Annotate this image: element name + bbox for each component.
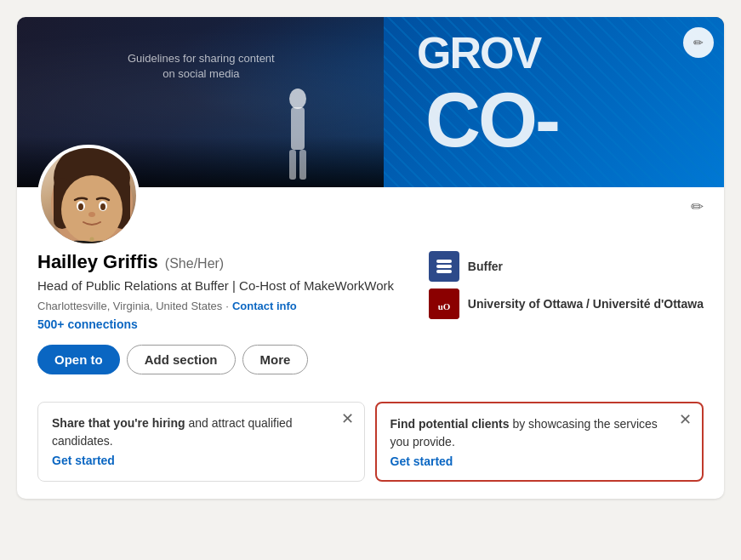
org-item-buffer[interactable]: Buffer [429, 251, 704, 282]
profile-headline: Head of Public Relations at Buffer | Co-… [37, 277, 395, 294]
svg-rect-2 [289, 150, 296, 180]
clients-notification: ✕ Find potential clients by showcasing t… [375, 402, 704, 482]
add-section-button[interactable]: Add section [127, 345, 236, 374]
connections-link[interactable]: 500+ connections [37, 317, 429, 331]
location-separator: · [225, 300, 229, 312]
avatar [37, 145, 140, 247]
profile-card: Guidelines for sharing contenton social … [17, 17, 724, 499]
action-buttons: Open to Add section More [37, 345, 429, 374]
buffer-bar-2 [436, 265, 452, 268]
edit-cover-button[interactable]: ✏ [683, 27, 714, 58]
hiring-notification-text: Share that you're hiring and attract qua… [52, 414, 351, 450]
hiring-notification: ✕ Share that you're hiring and attract q… [37, 402, 365, 482]
clients-notification-text: Find potential clients by showcasing the… [390, 415, 689, 451]
ottawa-crest-icon: uO [429, 289, 459, 319]
svg-rect-3 [299, 150, 306, 180]
svg-point-11 [78, 203, 83, 210]
svg-point-13 [88, 212, 95, 217]
location-text: Charlottesville, Virginia, United States [37, 300, 222, 312]
ottawa-name: University of Ottawa / Université d'Otta… [468, 296, 704, 311]
buffer-logo [429, 251, 459, 282]
close-hiring-notification[interactable]: ✕ [341, 411, 354, 426]
ottawa-logo: uO [429, 289, 459, 319]
edit-profile-button[interactable]: ✏ [691, 197, 704, 216]
profile-content: Hailley Griffis (She/Her) Head of Public… [37, 187, 704, 374]
profile-name: Hailley Griffis [37, 251, 158, 273]
slide-text: Guidelines for sharing contenton social … [128, 51, 275, 82]
open-to-button[interactable]: Open to [37, 345, 120, 374]
more-button[interactable]: More [242, 345, 309, 374]
avatar-image [41, 148, 136, 243]
svg-point-12 [100, 203, 105, 210]
grow-text: GROV [417, 27, 540, 78]
clients-bold-text: Find potential clients [390, 417, 510, 431]
buffer-icon [436, 260, 452, 273]
profile-left: Hailley Griffis (She/Her) Head of Public… [37, 251, 429, 374]
close-icon: ✕ [679, 411, 692, 428]
profile-pronouns: (She/Her) [165, 256, 224, 271]
buffer-name: Buffer [468, 259, 503, 274]
hiring-bold-text: Share that you're hiring [52, 416, 185, 430]
edit-cover-icon: ✏ [693, 36, 704, 49]
location-line: Charlottesville, Virginia, United States… [37, 300, 429, 312]
name-line: Hailley Griffis (She/Her) [37, 251, 429, 273]
close-clients-notification[interactable]: ✕ [679, 412, 692, 427]
buffer-bar-1 [436, 260, 452, 263]
svg-point-8 [61, 175, 123, 243]
svg-point-15 [90, 237, 94, 242]
hiring-get-started-link[interactable]: Get started [52, 454, 351, 467]
buffer-bar-3 [436, 270, 452, 273]
contact-info-link[interactable]: Contact info [232, 300, 297, 312]
edit-profile-icon: ✏ [691, 198, 704, 215]
org-item-ottawa[interactable]: uO University of Ottawa / Université d'O… [429, 289, 704, 319]
svg-text:uO: uO [437, 301, 450, 311]
clients-get-started-link[interactable]: Get started [390, 454, 689, 468]
svg-point-0 [289, 89, 306, 109]
notifications-area: ✕ Share that you're hiring and attract q… [17, 388, 724, 499]
close-icon: ✕ [341, 410, 354, 427]
svg-rect-1 [291, 107, 305, 150]
profile-right: Buffer uO University of Ottawa / Univers… [429, 251, 704, 319]
presenter-figure [281, 82, 315, 187]
profile-section: ✏ Hailley Griffis (She/Her) Head of Publ… [17, 187, 724, 388]
co-text: CO- [425, 77, 558, 164]
